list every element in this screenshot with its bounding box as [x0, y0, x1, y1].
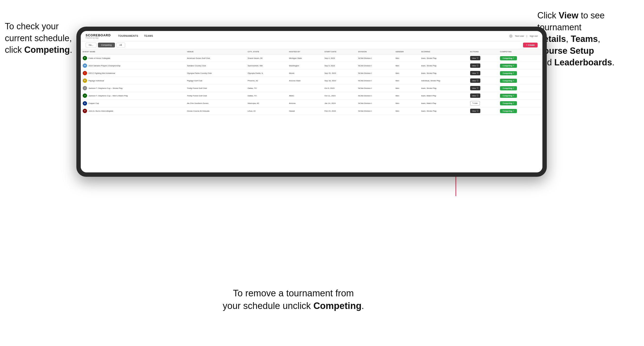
division-cell: NCAA Division I	[356, 92, 394, 100]
start-date-cell: Oct 9, 2023	[322, 84, 356, 92]
tablet-screen: SCOREBOARD Powered by clipp TOURNAMENTS …	[81, 31, 542, 173]
table-header-row: EVENT NAME VENUE CITY, STATE HOSTED BY S…	[81, 49, 542, 54]
actions-cell: View ⓘ	[468, 107, 498, 115]
start-date-cell: Jan 14, 2024	[322, 100, 356, 107]
filters-bar: Ho... Competing All + Create	[81, 41, 542, 49]
table-row: HJohn A. Burns IntercollegiateOcean Cour…	[81, 107, 542, 115]
gender-cell: Men	[394, 107, 419, 115]
view-button[interactable]: View ⓘ	[470, 56, 480, 60]
filter-home-btn[interactable]: Ho...	[86, 43, 96, 47]
venue-cell: Papago Golf Club	[185, 77, 246, 84]
gender-cell: Men	[394, 69, 419, 77]
venue-cell: Trinity Forest Golf Club	[185, 92, 246, 100]
competing-button[interactable]: Competing ✓	[500, 64, 517, 68]
hosted-by-cell	[287, 84, 323, 92]
competing-button[interactable]: Competing ✓	[500, 71, 517, 75]
user-text: Test User	[515, 35, 524, 37]
venue-cell: Trinity Forest Golf Club	[185, 84, 246, 92]
view-button[interactable]: View ⓘ	[470, 63, 480, 68]
view-button[interactable]: View ⓘ	[470, 71, 480, 75]
table-body: FFolds of Honor CollegiateAmerican Dunes…	[81, 54, 542, 115]
nav-tournaments[interactable]: TOURNAMENTS	[118, 35, 138, 37]
user-icon	[509, 34, 512, 38]
sign-out-link[interactable]: Sign out	[530, 35, 538, 37]
city-state-cell: Maricopa, AZ	[246, 100, 287, 107]
actions-cell: ✎ Edit	[468, 100, 498, 107]
logo-sub: Powered by clipp	[86, 37, 111, 39]
filter-all-btn[interactable]: All	[116, 43, 125, 47]
col-actions: ACTIONS	[468, 49, 498, 54]
scoring-cell: team, Match Play	[419, 92, 468, 100]
view-button[interactable]: View ⓘ	[470, 93, 480, 98]
hosted-by-cell: Hawaii	[287, 107, 323, 115]
actions-cell: View ⓘ	[468, 92, 498, 100]
city-state-cell: Sammamish, WA	[246, 62, 287, 69]
event-name-text: Jackson T. Stephens Cup – Stroke Play	[88, 87, 122, 89]
col-event-name: EVENT NAME	[81, 49, 185, 54]
start-date-cell: Sep 18, 2023	[322, 77, 356, 84]
division-cell: NCAA Division I	[356, 100, 394, 107]
view-button[interactable]: View ⓘ	[470, 109, 480, 113]
table-row: PPapago IndividualPapago Golf ClubPhoeni…	[81, 77, 542, 84]
event-name-cell: IOFCC Fighting Illini Invitational	[81, 69, 185, 77]
navbar: SCOREBOARD Powered by clipp TOURNAMENTS …	[81, 31, 542, 41]
hosted-by-cell: Arizona State	[287, 77, 323, 84]
competing-cell: Competing ✓	[498, 107, 542, 115]
competing-cell: Competing ✓	[498, 54, 542, 62]
actions-cell: View ⓘ	[468, 84, 498, 92]
team-logo: W	[83, 63, 87, 68]
col-gender: GENDER	[394, 49, 419, 54]
event-name-cell: JJackson T. Stephens Cup – Men's Match P…	[81, 92, 185, 100]
table-row: JJackson T. Stephens Cup – Men's Match P…	[81, 92, 542, 100]
team-logo: H	[83, 109, 87, 113]
competing-button[interactable]: Competing ✓	[500, 101, 517, 105]
view-button[interactable]: View ⓘ	[470, 86, 480, 90]
view-button[interactable]: View ⓘ	[470, 78, 480, 83]
filter-competing-btn[interactable]: Competing	[98, 43, 115, 47]
city-state-cell: Grand Haven, MI	[246, 54, 287, 62]
annotation-bottom: To remove a tournament from your schedul…	[208, 287, 378, 312]
actions-cell: View ⓘ	[468, 77, 498, 84]
venue-cell: American Dunes Golf Club	[185, 54, 246, 62]
gender-cell: Men	[394, 54, 419, 62]
start-date-cell: Sep 4, 2023	[322, 54, 356, 62]
competing-button[interactable]: Competing ✓	[500, 94, 517, 98]
col-hosted-by: HOSTED BY	[287, 49, 323, 54]
nav-separator: |	[527, 35, 527, 37]
hosted-by-cell: Illinois	[287, 69, 323, 77]
venue-cell: Ocean Course At Hokuala	[185, 107, 246, 115]
competing-button[interactable]: Competing ✓	[500, 56, 517, 60]
event-name-text: Folds of Honor Collegiate	[88, 57, 110, 59]
annotation-top-right: Click View to see tournament Details, Te…	[537, 10, 639, 68]
event-name-text: John A. Burns Intercollegiate	[88, 110, 113, 112]
gender-cell: Men	[394, 100, 419, 107]
gender-cell: Men	[394, 84, 419, 92]
scoring-cell: team, Stroke Play	[419, 62, 468, 69]
division-cell: NCAA Division I	[356, 84, 394, 92]
team-logo: F	[83, 56, 87, 60]
start-date-cell: Sep 9, 2023	[322, 62, 356, 69]
competing-button[interactable]: Competing ✓	[500, 86, 517, 90]
col-city-state: CITY, STATE	[246, 49, 287, 54]
create-button[interactable]: + Create	[523, 43, 538, 47]
actions-cell: View ⓘ	[468, 69, 498, 77]
scoring-cell: team, Stroke Play	[419, 107, 468, 115]
division-cell: NCAA Division I	[356, 69, 394, 77]
team-logo: J	[83, 86, 87, 90]
table-row: ACopper CupAk-Chin Southern DunesMaricop…	[81, 100, 542, 107]
competing-button[interactable]: Competing ✓	[500, 79, 517, 83]
competing-cell: Competing ✓	[498, 62, 542, 69]
competing-cell: Competing ✓	[498, 92, 542, 100]
competing-button[interactable]: Competing ✓	[500, 109, 517, 113]
division-cell: NCAA Division I	[356, 77, 394, 84]
city-state-cell: Phoenix, AZ	[246, 77, 287, 84]
nav-links: TOURNAMENTS TEAMS	[118, 35, 509, 37]
event-name-cell: PPapago Individual	[81, 77, 185, 84]
col-competing: COMPETING	[498, 49, 542, 54]
edit-button[interactable]: ✎ Edit	[470, 101, 480, 106]
city-state-cell: Olympia Fields, IL	[246, 69, 287, 77]
nav-right: Test User | Sign out	[509, 34, 538, 38]
gender-cell: Men	[394, 62, 419, 69]
city-state-cell: Dallas, TX	[246, 92, 287, 100]
nav-teams[interactable]: TEAMS	[144, 35, 153, 37]
